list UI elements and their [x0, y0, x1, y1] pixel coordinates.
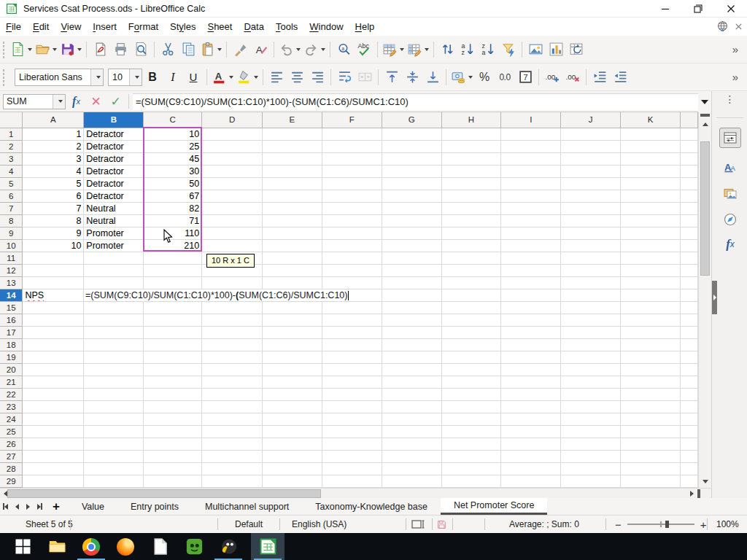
cell-E10[interactable]	[263, 239, 322, 252]
taskbar-start-button[interactable]	[6, 533, 39, 560]
cell-B27[interactable]	[84, 450, 144, 462]
cell-F25[interactable]	[322, 425, 382, 438]
cell-E28[interactable]	[263, 462, 322, 475]
cell-F17[interactable]	[322, 326, 382, 338]
cell-J5[interactable]	[561, 177, 621, 190]
cell-C23[interactable]	[144, 400, 202, 413]
cell-J28[interactable]	[561, 462, 621, 475]
cell-J24[interactable]	[561, 413, 621, 425]
row-header-8[interactable]: 8	[0, 214, 23, 227]
cell-G24[interactable]	[382, 413, 441, 425]
cell-C2[interactable]: 25	[144, 140, 202, 152]
row-header-5[interactable]: 5	[0, 177, 23, 190]
cell-K24[interactable]	[621, 413, 681, 425]
copy-button[interactable]	[178, 39, 198, 60]
cell-F5[interactable]	[322, 177, 382, 190]
cell-F6[interactable]	[322, 190, 382, 202]
cell-I9[interactable]	[501, 227, 561, 239]
cell-I27[interactable]	[501, 450, 561, 462]
cell-C16[interactable]	[144, 314, 202, 326]
column-header-E[interactable]: E	[263, 112, 322, 128]
cell-G5[interactable]	[382, 177, 441, 190]
cell-partial[interactable]	[680, 363, 697, 376]
column-header-A[interactable]: A	[23, 112, 84, 128]
cell-partial[interactable]	[680, 462, 697, 475]
cell-A16[interactable]	[23, 314, 84, 326]
cell-A6[interactable]: 6	[23, 190, 84, 202]
cell-H9[interactable]	[441, 227, 501, 239]
cell-A8[interactable]: 8	[23, 214, 84, 227]
language-indicator[interactable]: English (USA)	[292, 516, 347, 533]
cell-B19[interactable]	[84, 351, 144, 363]
cell-J27[interactable]	[561, 450, 621, 462]
format-currency-button[interactable]	[449, 67, 474, 88]
cell-E16[interactable]	[263, 314, 322, 326]
cell-D6[interactable]	[202, 190, 263, 202]
row-header-18[interactable]: 18	[0, 338, 23, 351]
sidebar-hide-grip[interactable]	[712, 281, 717, 314]
menu-tools[interactable]: Tools	[270, 19, 303, 34]
cell-H1[interactable]	[441, 128, 501, 140]
sidebar-tab-functions[interactable]: fx	[719, 234, 741, 254]
cell-A9[interactable]: 9	[23, 227, 84, 239]
column-header-B[interactable]: B	[84, 112, 144, 128]
cell-C28[interactable]	[144, 462, 202, 475]
sidebar-settings-button[interactable]: ⋮	[712, 97, 747, 101]
cell-I6[interactable]	[501, 190, 561, 202]
zoom-slider[interactable]: − +	[615, 516, 707, 533]
cell-partial[interactable]	[680, 376, 697, 388]
chevron-down-icon[interactable]	[254, 76, 258, 79]
cell-I20[interactable]	[501, 363, 561, 376]
cell-I1[interactable]	[501, 128, 561, 140]
row-header-17[interactable]: 17	[0, 326, 23, 338]
cell-I23[interactable]	[501, 400, 561, 413]
cell-A7[interactable]: 7	[23, 202, 84, 214]
sidebar-tab-styles[interactable]	[719, 157, 741, 177]
cell-K11[interactable]	[621, 252, 681, 264]
cell-K27[interactable]	[621, 450, 681, 462]
cell-E25[interactable]	[263, 425, 322, 438]
cancel-button[interactable]: ✕	[87, 93, 105, 110]
row-header-19[interactable]: 19	[0, 351, 23, 363]
cell-H28[interactable]	[441, 462, 501, 475]
cell-H27[interactable]	[441, 450, 501, 462]
chevron-down-icon[interactable]	[321, 48, 325, 51]
align-left-button[interactable]	[266, 67, 287, 88]
selection-stats[interactable]: Average: ; Sum: 0	[509, 516, 579, 533]
cell-G6[interactable]	[382, 190, 441, 202]
add-sheet-button[interactable]: +	[53, 498, 60, 515]
toolbar-overflow-button[interactable]: »	[732, 71, 737, 83]
cell-F13[interactable]	[322, 276, 382, 289]
cell-F22[interactable]	[322, 388, 382, 400]
chevron-down-icon[interactable]	[28, 48, 32, 51]
cell-A12[interactable]	[23, 264, 84, 276]
menu-sheet[interactable]: Sheet	[201, 19, 238, 34]
cell-H11[interactable]	[441, 252, 501, 264]
sheet-tab-entry-points[interactable]: Entry points	[117, 498, 192, 515]
cell-G28[interactable]	[382, 462, 441, 475]
select-all-corner[interactable]	[0, 112, 23, 128]
chevron-down-icon[interactable]	[217, 48, 222, 51]
cell-J12[interactable]	[561, 264, 621, 276]
cell-partial[interactable]	[680, 128, 697, 140]
cell-K12[interactable]	[621, 264, 681, 276]
last-sheet-button[interactable]	[37, 503, 42, 510]
row-header-27[interactable]: 27	[0, 450, 23, 462]
cell-K20[interactable]	[621, 363, 681, 376]
cell-K8[interactable]	[621, 214, 681, 227]
cell-C12[interactable]	[144, 264, 202, 276]
cell-A17[interactable]	[23, 326, 84, 338]
cell-F15[interactable]	[322, 301, 382, 314]
cell-K15[interactable]	[621, 301, 681, 314]
cell-H3[interactable]	[441, 152, 501, 165]
cell-C26[interactable]	[144, 438, 202, 450]
spreadsheet-grid[interactable]: ABCDEFGHIJK11Detractor1022Detractor2533D…	[0, 112, 698, 488]
cell-I28[interactable]	[501, 462, 561, 475]
row-header-24[interactable]: 24	[0, 413, 23, 425]
cell-A10[interactable]: 10	[23, 239, 84, 252]
cell-H6[interactable]	[441, 190, 501, 202]
cell-F29[interactable]	[322, 475, 382, 487]
sort-ascending-button[interactable]	[457, 39, 478, 60]
cell-K18[interactable]	[621, 338, 681, 351]
chevron-down-icon[interactable]	[53, 95, 65, 109]
